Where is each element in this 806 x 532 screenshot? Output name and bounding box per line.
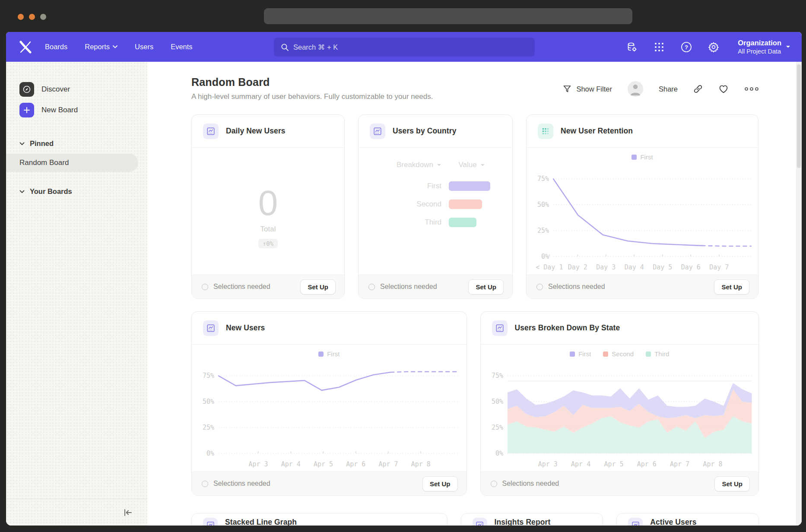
breakdown-column-header[interactable]: Breakdown bbox=[369, 161, 441, 169]
svg-text:Day 4: Day 4 bbox=[625, 263, 644, 271]
table-row: Third bbox=[369, 218, 502, 227]
scrollbar-thumb[interactable] bbox=[797, 64, 801, 168]
org-switcher[interactable]: Organization All Project Data bbox=[738, 38, 790, 55]
card-title: Users by Country bbox=[393, 127, 456, 136]
card-header: Insights Report bbox=[461, 513, 603, 526]
svg-text:25%: 25% bbox=[491, 424, 503, 431]
set-up-button[interactable]: Set Up bbox=[714, 279, 749, 294]
svg-text:Apr 6: Apr 6 bbox=[346, 460, 365, 468]
show-filter-label: Show Filter bbox=[576, 85, 612, 93]
sidebar-section-pinned[interactable]: Pinned bbox=[6, 139, 147, 148]
random-board-label: Random Board bbox=[19, 158, 69, 167]
sidebar-item-discover[interactable]: Discover bbox=[6, 79, 147, 100]
sidebar-item-new-board[interactable]: New Board bbox=[6, 100, 147, 120]
legend-swatch bbox=[318, 352, 324, 357]
status-label: Selections needed bbox=[502, 480, 559, 488]
nav-item-boards[interactable]: Boards bbox=[45, 43, 67, 51]
favorite-button[interactable] bbox=[718, 84, 729, 94]
svg-text:Apr 5: Apr 5 bbox=[314, 460, 333, 468]
legend-item: Third bbox=[646, 350, 669, 358]
search-input[interactable]: Search ⌘ + K bbox=[274, 38, 535, 57]
status-label: Selections needed bbox=[548, 283, 605, 291]
collapse-sidebar-icon[interactable] bbox=[123, 508, 133, 517]
nav-item-events[interactable]: Events bbox=[171, 43, 192, 51]
insights-chart-icon bbox=[370, 124, 385, 139]
card-new-user-retention[interactable]: New User Retention First 75%50%25%0%< Da… bbox=[526, 114, 758, 299]
mixpanel-logo-icon[interactable] bbox=[19, 41, 32, 54]
status-circle-icon bbox=[491, 481, 497, 487]
traffic-light-minimize[interactable] bbox=[29, 14, 35, 20]
main-content: Random Board A high-level summary of use… bbox=[147, 62, 802, 526]
sidebar-section-your-boards[interactable]: Your Boards bbox=[6, 187, 147, 196]
apps-grid-icon[interactable] bbox=[654, 41, 665, 53]
svg-text:Apr 4: Apr 4 bbox=[281, 460, 301, 468]
browser-address-bar[interactable] bbox=[264, 8, 632, 24]
board-header: Random Board A high-level summary of use… bbox=[191, 76, 759, 101]
set-up-button[interactable]: Set Up bbox=[300, 279, 336, 294]
bar-second bbox=[449, 200, 482, 209]
card-title: Stacked Line Graph bbox=[225, 518, 297, 526]
svg-text:25%: 25% bbox=[203, 424, 214, 431]
insights-chart-icon bbox=[492, 320, 508, 336]
set-up-button[interactable]: Set Up bbox=[422, 476, 458, 491]
chevron-down-icon bbox=[480, 164, 485, 167]
bar-third bbox=[449, 218, 476, 227]
svg-text:50%: 50% bbox=[491, 398, 503, 405]
card-title: New Users bbox=[226, 323, 265, 332]
copy-link-button[interactable] bbox=[693, 84, 703, 94]
settings-gear-icon[interactable] bbox=[708, 41, 719, 53]
heart-icon bbox=[718, 84, 729, 94]
traffic-light-zoom[interactable] bbox=[40, 14, 46, 20]
window-body: Discover New Board Pinned Random Board bbox=[6, 62, 802, 526]
card-footer: Selections needed Set Up bbox=[192, 472, 466, 495]
card-users-by-country[interactable]: Users by Country Breakdown bbox=[358, 114, 513, 299]
nav-item-users[interactable]: Users bbox=[135, 43, 153, 51]
link-icon bbox=[693, 84, 703, 94]
breakdown-header-label: Breakdown bbox=[397, 161, 433, 169]
bar-first bbox=[449, 181, 490, 191]
card-insights-report[interactable]: Insights Report bbox=[461, 513, 603, 526]
legend-swatch bbox=[570, 352, 575, 357]
card-users-by-state[interactable]: Users Broken Down By State FirstSecondTh… bbox=[480, 311, 759, 496]
card-footer: Selections needed Set Up bbox=[192, 275, 344, 298]
card-new-users[interactable]: New Users First 75%50%25%0%Apr 3Apr 4Apr… bbox=[191, 311, 467, 496]
avatar[interactable] bbox=[628, 81, 643, 97]
org-text: Organization All Project Data bbox=[738, 38, 781, 55]
nav-reports-label: Reports bbox=[85, 43, 110, 51]
macos-titlebar bbox=[0, 0, 806, 32]
svg-text:Apr 4: Apr 4 bbox=[571, 460, 590, 468]
status-circle-icon bbox=[368, 284, 375, 290]
page-subtitle: A high-level summary of user behaviors. … bbox=[191, 92, 433, 101]
set-up-button[interactable]: Set Up bbox=[468, 279, 504, 294]
data-settings-icon[interactable] bbox=[626, 41, 638, 53]
help-icon[interactable]: ? bbox=[681, 41, 692, 53]
svg-text:Apr 5: Apr 5 bbox=[604, 460, 623, 468]
card-active-users[interactable]: Active Users bbox=[616, 513, 759, 526]
card-stacked-line-graph[interactable]: Stacked Line Graph bbox=[191, 513, 447, 526]
show-filter-button[interactable]: Show Filter bbox=[563, 85, 612, 93]
card-footer: Selections needed Set Up bbox=[481, 472, 758, 495]
svg-text:< Day 1: < Day 1 bbox=[536, 263, 563, 271]
set-up-button[interactable]: Set Up bbox=[714, 476, 750, 491]
row-label: Second bbox=[369, 200, 441, 209]
scrollbar[interactable] bbox=[796, 62, 802, 526]
stacked-area-chart: 75%50%25%0%Apr 3Apr 4Apr 5Apr 6Apr 7Apr … bbox=[481, 345, 758, 472]
card-title: Active Users bbox=[650, 518, 696, 526]
card-header: Users Broken Down By State bbox=[481, 312, 758, 345]
value-column-header[interactable]: Value bbox=[441, 161, 502, 169]
sidebar-item-random-board[interactable]: Random Board bbox=[6, 154, 138, 172]
app-window: Boards Reports Users Events Search ⌘ + K bbox=[6, 32, 802, 526]
cards-row-3: Stacked Line Graph Insights Report bbox=[191, 513, 759, 526]
more-options-button[interactable] bbox=[744, 87, 759, 91]
share-button[interactable]: Share bbox=[659, 85, 678, 93]
traffic-light-close[interactable] bbox=[18, 14, 24, 20]
share-label: Share bbox=[659, 85, 678, 93]
nav-item-reports[interactable]: Reports bbox=[85, 43, 117, 51]
chart-legend: First bbox=[527, 153, 758, 161]
card-header: Users by Country bbox=[359, 115, 512, 148]
metric-delta-badge: ↑0% bbox=[258, 239, 278, 248]
card-daily-new-users[interactable]: Daily New Users 0 Total ↑0% bbox=[191, 114, 345, 299]
chart-legend: First bbox=[192, 350, 466, 358]
legend-item: Second bbox=[603, 350, 634, 358]
svg-text:50%: 50% bbox=[537, 201, 549, 209]
